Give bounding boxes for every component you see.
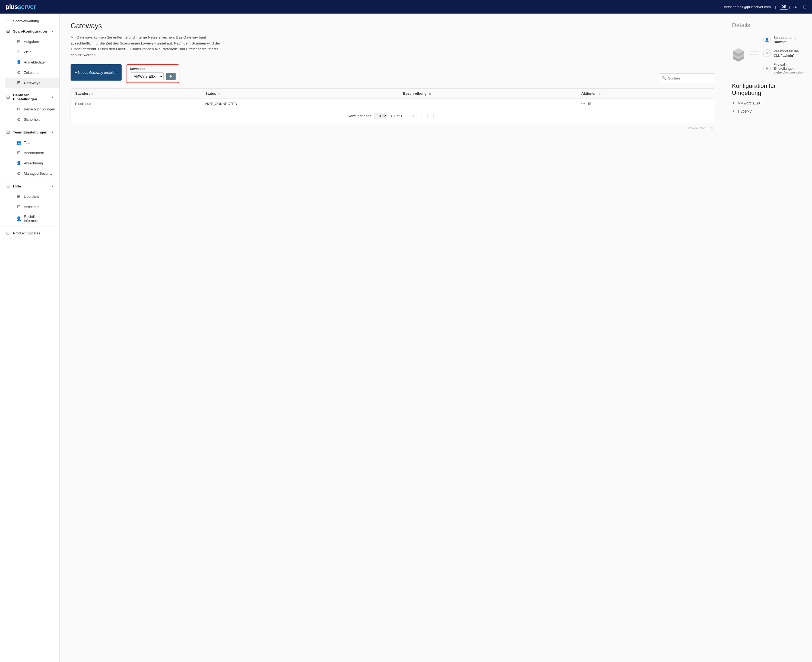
rows-per-page-select[interactable]: 10 25 50 (374, 113, 387, 119)
connector-row-1 (749, 51, 759, 52)
anmeldedaten-icon: 👤 (16, 60, 21, 64)
sidebar-label-gateways: Gateways (24, 81, 40, 85)
detail-text-firewall: Firewall-Einstellungen Siehe Dokumentati… (773, 63, 806, 74)
firewall-icon: 🖥 (763, 64, 771, 72)
sidebar-item-abonnement[interactable]: ⊞ Abonnement (5, 148, 59, 158)
lang-divider: | (775, 5, 776, 9)
sidebar-label-produkt-updates: Produkt Updates (13, 231, 40, 235)
team-einstellungen-icon: ⊞ (5, 130, 10, 135)
sidebar-item-zeitplane[interactable]: ⊙ Zeitpläne (5, 67, 59, 77)
table-row: PlusCloud NOT_CONNECTED ✏ 🗑 (71, 98, 714, 109)
grid-icon: ⊞ (803, 4, 807, 10)
logo: plusserver (5, 3, 35, 11)
sidebar-item-produkt-updates[interactable]: ⊞ Produkt Updates (0, 228, 59, 238)
ubersicht-icon: ⊞ (16, 194, 21, 199)
edit-icon[interactable]: ✏ (581, 101, 585, 106)
search-input[interactable] (668, 76, 711, 80)
config-item-hyperv[interactable]: ▼ Hyper-V (732, 109, 806, 113)
sidebar-item-benachrichtigungen[interactable]: ✉ Benachrichtigungen (5, 104, 59, 114)
svg-rect-0 (169, 78, 172, 79)
abonnement-icon: ⊞ (16, 150, 21, 155)
sidebar-label-sicherheit: Sicherheit (24, 117, 40, 122)
sidebar-item-scan-konfiguration[interactable]: ⊞ Scan-Konfiguration ▲ (0, 26, 59, 36)
team-icon: 👥 (16, 140, 21, 145)
download-select[interactable]: VMWare ESXi Hyper-V (130, 72, 164, 80)
sidebar-label-anmeldedaten: Anmeldedaten (24, 60, 47, 64)
lang-de-button[interactable]: DE (780, 4, 787, 10)
download-label: Download (130, 67, 175, 71)
chevron-hyperv-icon: ▼ (732, 109, 735, 113)
new-gateway-button[interactable]: + Neues Gateway erstellen (71, 64, 122, 80)
produkt-updates-icon: ⊞ (5, 231, 10, 236)
h-line-2 (749, 55, 759, 55)
sidebar-item-anmeldedaten[interactable]: 👤 Anmeldedaten (5, 57, 59, 67)
sidebar-label-anleitung: Anleitung (24, 205, 39, 209)
detail-row-benutzername: 👤 Benutzername: "admin" (763, 35, 806, 44)
sidebar-label-team-einstellungen: Team Einstellungen (13, 130, 48, 134)
sidebar-item-team[interactable]: 👥 Team (5, 137, 59, 148)
config-item-vmware[interactable]: ▼ VMware ESXi (732, 101, 806, 105)
download-button[interactable] (166, 73, 175, 80)
sidebar-label-benutzer-einstellungen: Benutzer Einstellungen (13, 93, 48, 101)
sidebar-label-abonnement: Abonnement (24, 151, 44, 155)
divider-1 (0, 89, 59, 89)
page-next-button[interactable]: ⟩ (425, 113, 429, 119)
table-body: PlusCloud NOT_CONNECTED ✏ 🗑 (71, 98, 714, 109)
sidebar-item-ziele[interactable]: ⊙ Ziele (5, 47, 59, 57)
page-description: Mit Gateways können Sie entfernte und in… (71, 34, 222, 58)
page-prev-button[interactable]: ⟨ (419, 113, 423, 119)
table-header-row: Standort ↑ Status ⇅ Beschreibung ⇅ Akt (71, 89, 714, 98)
benutzer-einstellungen-icon: ⊞ (5, 95, 10, 100)
sidebar-item-sicherheit[interactable]: ⊙ Sicherheit (5, 114, 59, 125)
details-info: 👤 Benutzername: "admin" 🖥 Passwort für d… (763, 35, 806, 74)
ziele-icon: ⊙ (16, 49, 21, 54)
lang-en-button[interactable]: EN (792, 4, 799, 10)
sidebar-item-ubersicht[interactable]: ⊞ Übersicht (5, 191, 59, 202)
details-illustration: 👤 Benutzername: "admin" 🖥 Passwort für d… (732, 35, 806, 74)
sidebar-item-hilfe[interactable]: ⊙ Hilfe ▲ (0, 181, 59, 191)
gateways-table: Standort ↑ Status ⇅ Beschreibung ⇅ Akt (71, 89, 714, 109)
sidebar-sub-hilfe: ⊞ Übersicht ⊟ Anleitung 👤 Rechtliche Inf… (0, 191, 59, 225)
th-aktionen-label: Aktionen (581, 92, 597, 95)
scanverwaltung-icon: ⊙ (5, 18, 10, 23)
stack-icon (732, 45, 745, 64)
sidebar-item-team-einstellungen[interactable]: ⊞ Team Einstellungen ▲ (0, 127, 59, 137)
sort-standort-icon[interactable]: ↑ (92, 92, 93, 95)
sidebar-item-managed-security[interactable]: ⊙ Managed Security (5, 168, 59, 178)
sidebar-item-scanverwaltung[interactable]: ⊙ Scanverwaltung (0, 16, 59, 26)
download-row: VMWare ESXi Hyper-V (130, 72, 175, 80)
benutzername-icon: 👤 (763, 36, 771, 43)
aufgaben-icon: ⊟ (16, 39, 21, 44)
sort-beschreibung-icon[interactable]: ⇅ (429, 92, 431, 95)
chevron-up-icon: ▲ (51, 30, 54, 33)
page-title: Gateways (71, 22, 714, 30)
app-body: ⊙ Scanverwaltung ⊞ Scan-Konfiguration ▲ … (0, 14, 812, 662)
page-first-button[interactable]: ⟨⟨ (411, 113, 417, 119)
sidebar-item-anleitung[interactable]: ⊟ Anleitung (5, 202, 59, 212)
firewall-subtext: Siehe Dokumentation (773, 71, 806, 74)
sidebar-item-abrechnung[interactable]: 👤 Abrechnung (5, 158, 59, 168)
scan-konfiguration-icon: ⊞ (5, 29, 10, 34)
th-status-label: Status (206, 92, 216, 95)
td-beschreibung (399, 98, 577, 109)
sort-status-icon[interactable]: ⇅ (218, 92, 220, 95)
sidebar: ⊙ Scanverwaltung ⊞ Scan-Konfiguration ▲ … (0, 14, 60, 662)
sidebar-label-scanverwaltung: Scanverwaltung (13, 19, 39, 23)
page-last-button[interactable]: ⟩⟩ (431, 113, 437, 119)
sidebar-item-aufgaben[interactable]: ⊟ Aufgaben (5, 36, 59, 47)
delete-icon[interactable]: 🗑 (588, 101, 592, 106)
sidebar-label-ziele: Ziele (24, 50, 32, 54)
hilfe-icon: ⊙ (5, 184, 10, 188)
right-panel: Details (725, 14, 812, 662)
passwort-icon: 🖥 (763, 49, 771, 57)
sidebar-label-scan-konfiguration: Scan-Konfiguration (13, 29, 47, 34)
sidebar-item-gateways[interactable]: ⊞ Gateways (5, 77, 59, 88)
chevron-vmware-icon: ▼ (732, 101, 735, 105)
sort-aktionen-icon[interactable]: ⇅ (598, 92, 601, 95)
sidebar-item-rechtliche-informationen[interactable]: 👤 Rechtliche Informationen (5, 212, 59, 225)
chevron-up-icon-2: ▲ (51, 95, 54, 99)
sicherheit-icon: ⊙ (16, 117, 21, 122)
managed-security-icon: ⊙ (16, 171, 21, 176)
sidebar-item-benutzer-einstellungen[interactable]: ⊞ Benutzer Einstellungen ▲ (0, 90, 59, 104)
h-line-3 (749, 58, 759, 58)
